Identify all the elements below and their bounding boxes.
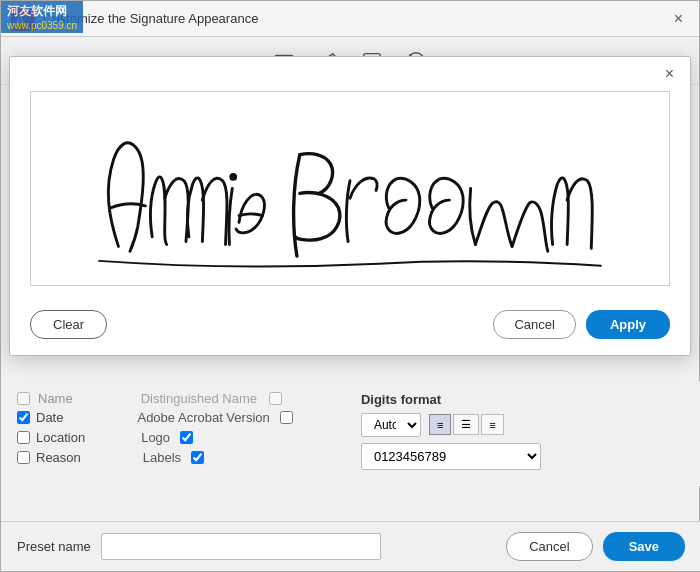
form-row-1: Name Distinguished Name Date Adobe Acrob… — [17, 391, 685, 470]
logo-checkbox[interactable] — [180, 431, 193, 444]
sig-right-buttons: Cancel Apply — [493, 310, 670, 339]
name-checkbox[interactable] — [17, 392, 30, 405]
form-col-left: Name Distinguished Name Date Adobe Acrob… — [17, 391, 351, 470]
title-bar: A Customize the Signature Appearance × — [1, 1, 699, 37]
preset-name-label: Preset name — [17, 539, 91, 554]
auto-select[interactable]: Auto — [361, 413, 421, 437]
title-bar-left: A Customize the Signature Appearance — [11, 7, 258, 31]
signature-svg — [31, 92, 669, 285]
sig-dialog-header: × — [10, 57, 690, 91]
svg-text:A: A — [15, 12, 25, 28]
location-checkbox[interactable] — [17, 431, 30, 444]
signature-dialog: × — [9, 56, 691, 356]
align-right-button[interactable]: ≡ — [481, 414, 503, 435]
svg-point-16 — [229, 173, 237, 181]
labels-checkbox[interactable] — [191, 451, 204, 464]
bottom-row: Preset name Cancel Save — [1, 521, 700, 571]
reason-label: Reason — [36, 450, 81, 465]
distinguished-name-checkbox[interactable] — [269, 392, 282, 405]
digits-select[interactable]: 0123456789 — [361, 443, 541, 470]
location-label: Location — [36, 430, 85, 445]
digits-format-label: Digits format — [361, 392, 685, 407]
save-button[interactable]: Save — [603, 532, 685, 561]
adobe-acrobat-checkbox[interactable] — [280, 411, 293, 424]
adobe-icon: A — [11, 7, 35, 31]
form-section: Name Distinguished Name Date Adobe Acrob… — [1, 381, 700, 486]
adobe-acrobat-label: Adobe Acrobat Version — [137, 410, 269, 425]
date-checkbox[interactable] — [17, 411, 30, 424]
sig-buttons: Clear Cancel Apply — [10, 302, 690, 355]
labels-label: Labels — [143, 450, 181, 465]
window-title: Customize the Signature Appearance — [43, 11, 258, 26]
align-center-button[interactable]: ☰ — [453, 414, 479, 435]
reason-row: Reason Labels — [17, 450, 351, 465]
preset-left: Preset name — [17, 533, 381, 560]
distinguished-name-label: Distinguished Name — [141, 391, 257, 406]
name-label: Name — [38, 391, 73, 406]
bottom-buttons: Cancel Save — [506, 532, 685, 561]
digits-auto-row: Auto ≡ ☰ ≡ — [361, 413, 685, 437]
sig-canvas-area[interactable] — [30, 91, 670, 286]
window-close-button[interactable]: × — [668, 9, 689, 29]
name-row: Name Distinguished Name — [17, 391, 351, 406]
reason-checkbox[interactable] — [17, 451, 30, 464]
location-row: Location Logo — [17, 430, 351, 445]
align-left-button[interactable]: ≡ — [429, 414, 451, 435]
apply-button[interactable]: Apply — [586, 310, 670, 339]
sig-close-button[interactable]: × — [659, 63, 680, 85]
preset-name-input[interactable] — [101, 533, 381, 560]
cancel-button[interactable]: Cancel — [493, 310, 575, 339]
form-col-right: Digits format Auto ≡ ☰ ≡ 0123456789 — [351, 392, 685, 470]
align-buttons: ≡ ☰ ≡ — [429, 414, 504, 435]
main-window: A Customize the Signature Appearance × — [0, 0, 700, 572]
bottom-cancel-button[interactable]: Cancel — [506, 532, 592, 561]
date-label: Date — [36, 410, 63, 425]
clear-button[interactable]: Clear — [30, 310, 107, 339]
date-row: Date Adobe Acrobat Version — [17, 410, 351, 425]
logo-label: Logo — [141, 430, 170, 445]
